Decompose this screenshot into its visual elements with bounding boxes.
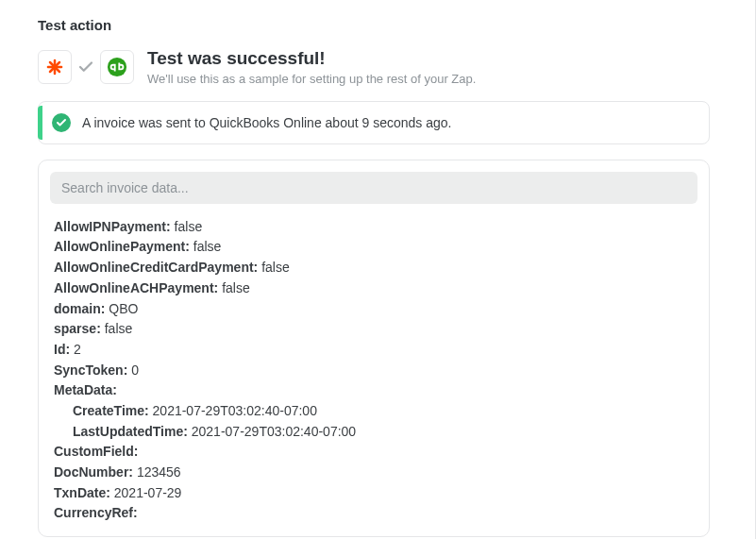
data-value: false	[222, 280, 250, 295]
data-value: 2021-07-29	[114, 485, 182, 500]
data-key: Id:	[54, 342, 70, 357]
data-row: AllowIPNPayment: false	[54, 217, 694, 238]
check-circle-icon	[52, 113, 71, 132]
data-row: sparse: false	[54, 319, 694, 340]
data-row: LastUpdatedTime: 2021-07-29T03:02:40-07:…	[54, 422, 694, 443]
data-value: 2021-07-29T03:02:40-07:00	[192, 424, 356, 439]
result-title: Test was successful!	[147, 48, 476, 70]
data-row: Id: 2	[54, 340, 694, 361]
data-key: AllowIPNPayment:	[54, 219, 171, 234]
success-alert: A invoice was sent to QuickBooks Online …	[38, 101, 710, 144]
quickbooks-icon	[100, 50, 134, 84]
data-scroll[interactable]: AllowIPNPayment: falseAllowOnlinePayment…	[50, 213, 697, 525]
data-row: AllowOnlineCreditCardPayment: false	[54, 258, 694, 278]
data-key: CurrencyRef:	[54, 505, 138, 520]
results-panel: Search invoice data... AllowIPNPayment: …	[38, 160, 710, 537]
result-subtitle: We'll use this as a sample for setting u…	[147, 72, 476, 86]
zapier-logo-icon	[45, 58, 64, 76]
data-key: SyncToken:	[54, 362, 127, 378]
data-row: DocNumber: 123456	[54, 463, 694, 483]
result-header: Test was successful! We'll use this as a…	[38, 48, 756, 86]
data-row: SyncToken: 0	[54, 361, 694, 381]
data-value: 2021-07-29T03:02:40-07:00	[153, 403, 317, 418]
data-value: QBO	[109, 301, 138, 316]
data-key: CustomField:	[54, 444, 138, 459]
data-row: MetaData:	[54, 380, 694, 401]
data-row: value: USD	[54, 524, 694, 525]
data-value: false	[105, 321, 133, 336]
data-value: false	[261, 260, 290, 275]
data-row: AllowOnlinePayment: false	[54, 237, 694, 258]
data-value: 0	[131, 362, 139, 378]
zapier-icon	[38, 50, 72, 84]
alert-text: A invoice was sent to QuickBooks Online …	[82, 115, 451, 130]
connector-check-icon	[74, 59, 98, 76]
data-row: CreateTime: 2021-07-29T03:02:40-07:00	[54, 401, 694, 422]
data-key: MetaData:	[54, 382, 117, 397]
data-value: false	[193, 239, 222, 254]
search-input[interactable]: Search invoice data...	[50, 172, 697, 204]
data-key: sparse:	[54, 321, 101, 336]
data-row: CustomField:	[54, 442, 694, 463]
data-key: LastUpdatedTime:	[73, 424, 188, 439]
data-row: CurrencyRef:	[54, 503, 694, 524]
quickbooks-logo-icon	[107, 57, 127, 77]
data-value: 2	[74, 342, 81, 357]
data-key: TxnDate:	[54, 485, 110, 500]
data-value: false	[175, 219, 203, 234]
data-key: AllowOnlineCreditCardPayment:	[54, 260, 258, 275]
data-key: domain:	[54, 301, 105, 316]
page-title: Test action	[38, 17, 756, 33]
data-row: TxnDate: 2021-07-29	[54, 483, 694, 504]
svg-point-4	[52, 64, 58, 70]
data-key: AllowOnlinePayment:	[54, 239, 190, 254]
data-key: CreateTime:	[73, 403, 149, 418]
data-key: DocNumber:	[54, 464, 133, 480]
data-row: domain: QBO	[54, 299, 694, 320]
data-value: 123456	[137, 464, 181, 480]
data-key: AllowOnlineACHPayment:	[54, 280, 218, 295]
data-row: AllowOnlineACHPayment: false	[54, 278, 694, 299]
